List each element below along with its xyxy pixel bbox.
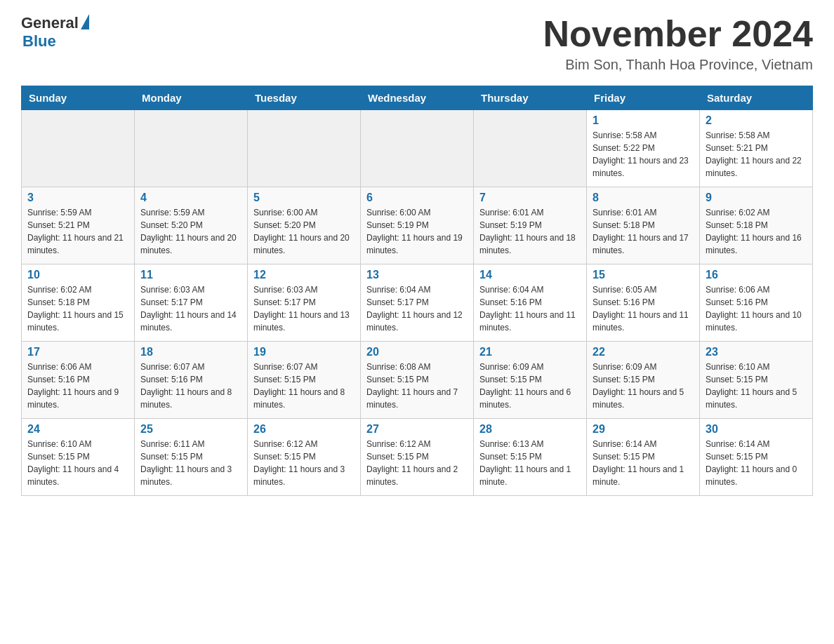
day-info: Sunrise: 6:07 AMSunset: 5:15 PMDaylight:… xyxy=(253,361,355,411)
logo-general-text: General xyxy=(21,14,79,32)
week-row-5: 24Sunrise: 6:10 AMSunset: 5:15 PMDayligh… xyxy=(22,419,813,496)
page-header: General Blue November 2024 Bim Son, Than… xyxy=(21,14,813,73)
header-cell-tuesday: Tuesday xyxy=(248,86,361,110)
day-info: Sunrise: 6:02 AMSunset: 5:18 PMDaylight:… xyxy=(27,283,128,334)
day-cell: 10Sunrise: 6:02 AMSunset: 5:18 PMDayligh… xyxy=(22,264,135,342)
day-info: Sunrise: 6:00 AMSunset: 5:19 PMDaylight:… xyxy=(366,206,468,257)
day-number: 4 xyxy=(140,192,241,204)
day-cell: 12Sunrise: 6:03 AMSunset: 5:17 PMDayligh… xyxy=(248,264,361,342)
header-cell-thursday: Thursday xyxy=(474,86,587,110)
day-cell xyxy=(135,110,248,187)
day-info: Sunrise: 5:59 AMSunset: 5:21 PMDaylight:… xyxy=(27,206,128,257)
day-number: 6 xyxy=(366,192,468,204)
day-number: 29 xyxy=(593,423,694,436)
day-cell: 4Sunrise: 5:59 AMSunset: 5:20 PMDaylight… xyxy=(135,187,248,264)
day-cell xyxy=(361,110,474,187)
calendar-table: SundayMondayTuesdayWednesdayThursdayFrid… xyxy=(21,86,813,496)
day-info: Sunrise: 6:04 AMSunset: 5:16 PMDaylight:… xyxy=(479,283,581,334)
day-number: 21 xyxy=(479,346,581,358)
day-cell: 6Sunrise: 6:00 AMSunset: 5:19 PMDaylight… xyxy=(361,187,474,264)
day-number: 7 xyxy=(479,192,581,204)
day-info: Sunrise: 6:12 AMSunset: 5:15 PMDaylight:… xyxy=(253,438,355,488)
day-cell: 16Sunrise: 6:06 AMSunset: 5:16 PMDayligh… xyxy=(700,264,813,342)
day-number: 25 xyxy=(140,423,241,436)
day-cell: 30Sunrise: 6:14 AMSunset: 5:15 PMDayligh… xyxy=(700,419,813,496)
day-number: 13 xyxy=(366,269,468,281)
day-info: Sunrise: 6:14 AMSunset: 5:15 PMDaylight:… xyxy=(706,438,807,488)
day-cell: 21Sunrise: 6:09 AMSunset: 5:15 PMDayligh… xyxy=(474,342,587,419)
day-info: Sunrise: 6:10 AMSunset: 5:15 PMDaylight:… xyxy=(27,438,128,488)
header-cell-saturday: Saturday xyxy=(700,86,813,110)
week-row-3: 10Sunrise: 6:02 AMSunset: 5:18 PMDayligh… xyxy=(22,264,813,342)
day-number: 23 xyxy=(706,346,807,358)
day-number: 11 xyxy=(140,269,241,281)
day-cell: 13Sunrise: 6:04 AMSunset: 5:17 PMDayligh… xyxy=(361,264,474,342)
day-number: 17 xyxy=(27,346,128,358)
day-number: 2 xyxy=(706,114,807,127)
day-number: 15 xyxy=(593,269,694,281)
calendar-header: SundayMondayTuesdayWednesdayThursdayFrid… xyxy=(22,86,813,110)
day-number: 3 xyxy=(27,192,128,204)
day-number: 27 xyxy=(366,423,468,436)
day-info: Sunrise: 5:58 AMSunset: 5:21 PMDaylight:… xyxy=(706,129,807,180)
day-cell: 11Sunrise: 6:03 AMSunset: 5:17 PMDayligh… xyxy=(135,264,248,342)
day-info: Sunrise: 6:12 AMSunset: 5:15 PMDaylight:… xyxy=(366,438,468,488)
day-number: 16 xyxy=(706,269,807,281)
day-number: 5 xyxy=(253,192,355,204)
day-cell: 19Sunrise: 6:07 AMSunset: 5:15 PMDayligh… xyxy=(248,342,361,419)
day-info: Sunrise: 6:05 AMSunset: 5:16 PMDaylight:… xyxy=(593,283,694,334)
header-row: SundayMondayTuesdayWednesdayThursdayFrid… xyxy=(22,86,813,110)
day-number: 18 xyxy=(140,346,241,358)
day-number: 10 xyxy=(27,269,128,281)
day-cell: 1Sunrise: 5:58 AMSunset: 5:22 PMDaylight… xyxy=(587,110,700,187)
day-info: Sunrise: 6:01 AMSunset: 5:19 PMDaylight:… xyxy=(479,206,581,257)
day-cell: 18Sunrise: 6:07 AMSunset: 5:16 PMDayligh… xyxy=(135,342,248,419)
logo: General Blue xyxy=(21,14,89,51)
day-cell: 8Sunrise: 6:01 AMSunset: 5:18 PMDaylight… xyxy=(587,187,700,264)
week-row-1: 1Sunrise: 5:58 AMSunset: 5:22 PMDaylight… xyxy=(22,110,813,187)
day-info: Sunrise: 6:08 AMSunset: 5:15 PMDaylight:… xyxy=(366,361,468,411)
day-info: Sunrise: 6:04 AMSunset: 5:17 PMDaylight:… xyxy=(366,283,468,334)
logo-triangle-icon xyxy=(81,14,89,29)
day-info: Sunrise: 6:11 AMSunset: 5:15 PMDaylight:… xyxy=(140,438,241,488)
day-info: Sunrise: 5:58 AMSunset: 5:22 PMDaylight:… xyxy=(593,129,694,180)
day-number: 30 xyxy=(706,423,807,436)
header-cell-friday: Friday xyxy=(587,86,700,110)
day-number: 26 xyxy=(253,423,355,436)
title-area: November 2024 Bim Son, Thanh Hoa Provinc… xyxy=(543,14,813,73)
header-cell-wednesday: Wednesday xyxy=(361,86,474,110)
day-info: Sunrise: 6:03 AMSunset: 5:17 PMDaylight:… xyxy=(140,283,241,334)
day-cell xyxy=(474,110,587,187)
day-cell: 15Sunrise: 6:05 AMSunset: 5:16 PMDayligh… xyxy=(587,264,700,342)
day-info: Sunrise: 6:02 AMSunset: 5:18 PMDaylight:… xyxy=(706,206,807,257)
day-info: Sunrise: 6:06 AMSunset: 5:16 PMDaylight:… xyxy=(706,283,807,334)
header-cell-monday: Monday xyxy=(135,86,248,110)
day-info: Sunrise: 6:07 AMSunset: 5:16 PMDaylight:… xyxy=(140,361,241,411)
day-cell xyxy=(22,110,135,187)
day-info: Sunrise: 6:13 AMSunset: 5:15 PMDaylight:… xyxy=(479,438,581,488)
day-cell: 29Sunrise: 6:14 AMSunset: 5:15 PMDayligh… xyxy=(587,419,700,496)
day-cell: 14Sunrise: 6:04 AMSunset: 5:16 PMDayligh… xyxy=(474,264,587,342)
day-cell: 26Sunrise: 6:12 AMSunset: 5:15 PMDayligh… xyxy=(248,419,361,496)
day-cell: 23Sunrise: 6:10 AMSunset: 5:15 PMDayligh… xyxy=(700,342,813,419)
day-cell: 28Sunrise: 6:13 AMSunset: 5:15 PMDayligh… xyxy=(474,419,587,496)
day-cell: 2Sunrise: 5:58 AMSunset: 5:21 PMDaylight… xyxy=(700,110,813,187)
day-info: Sunrise: 6:01 AMSunset: 5:18 PMDaylight:… xyxy=(593,206,694,257)
day-cell: 25Sunrise: 6:11 AMSunset: 5:15 PMDayligh… xyxy=(135,419,248,496)
day-number: 24 xyxy=(27,423,128,436)
day-info: Sunrise: 6:03 AMSunset: 5:17 PMDaylight:… xyxy=(253,283,355,334)
day-cell: 22Sunrise: 6:09 AMSunset: 5:15 PMDayligh… xyxy=(587,342,700,419)
day-number: 22 xyxy=(593,346,694,358)
day-number: 12 xyxy=(253,269,355,281)
day-number: 28 xyxy=(479,423,581,436)
day-cell: 7Sunrise: 6:01 AMSunset: 5:19 PMDaylight… xyxy=(474,187,587,264)
month-title: November 2024 xyxy=(543,14,813,54)
day-info: Sunrise: 6:14 AMSunset: 5:15 PMDaylight:… xyxy=(593,438,694,488)
day-info: Sunrise: 5:59 AMSunset: 5:20 PMDaylight:… xyxy=(140,206,241,257)
day-number: 20 xyxy=(366,346,468,358)
day-cell: 17Sunrise: 6:06 AMSunset: 5:16 PMDayligh… xyxy=(22,342,135,419)
day-info: Sunrise: 6:09 AMSunset: 5:15 PMDaylight:… xyxy=(479,361,581,411)
day-number: 8 xyxy=(593,192,694,204)
day-cell: 27Sunrise: 6:12 AMSunset: 5:15 PMDayligh… xyxy=(361,419,474,496)
day-cell: 9Sunrise: 6:02 AMSunset: 5:18 PMDaylight… xyxy=(700,187,813,264)
